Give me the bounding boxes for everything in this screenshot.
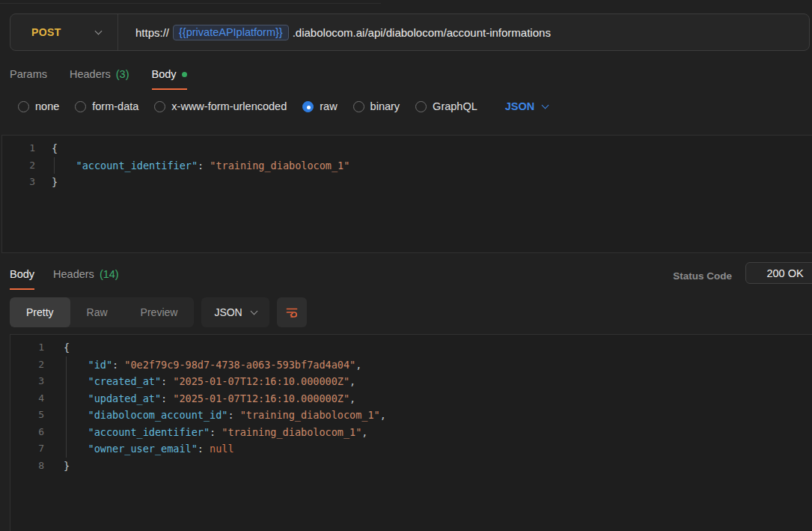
tab-headers[interactable]: Headers(3) bbox=[70, 68, 129, 90]
code-text: "id": "0e2f79c9-98d7-4738-a063-593bf7ad4… bbox=[44, 356, 361, 374]
json-punctuation: , bbox=[380, 409, 386, 421]
status-code-value[interactable]: 200 OK bbox=[745, 262, 812, 284]
code-line: 4 "updated_at": "2025-01-07T12:16:10.000… bbox=[10, 390, 812, 407]
json-whitespace bbox=[64, 392, 88, 404]
tab-body[interactable]: Body bbox=[152, 68, 187, 90]
view-mode-preview[interactable]: Preview bbox=[124, 297, 195, 327]
json-brace: } bbox=[52, 176, 58, 188]
line-number: 1 bbox=[10, 339, 44, 356]
json-whitespace bbox=[52, 160, 76, 172]
code-text: { bbox=[35, 140, 58, 157]
request-tabs: Params Headers(3) Body bbox=[10, 68, 187, 90]
url-input[interactable]: https:// {{privateAPIplatform}} .diabolo… bbox=[118, 14, 809, 50]
json-key: "account_identifier" bbox=[76, 160, 198, 172]
json-whitespace bbox=[64, 426, 88, 438]
radio-label: x-www-form-urlencoded bbox=[171, 100, 287, 112]
json-string: "0e2f79c9-98d7-4738-a063-593bf7ad4a04" bbox=[124, 359, 355, 371]
code-text: { bbox=[44, 339, 70, 356]
status-code-label: Status Code bbox=[673, 270, 732, 282]
chevron-down-icon bbox=[542, 101, 549, 109]
code-line: 6 "account_identifier": "training_diabol… bbox=[10, 424, 812, 441]
top-divider bbox=[0, 3, 381, 4]
request-url-bar: POST https:// {{privateAPIplatform}} .di… bbox=[10, 13, 810, 51]
code-line: 2 "id": "0e2f79c9-98d7-4738-a063-593bf7a… bbox=[10, 356, 812, 374]
line-number: 3 bbox=[2, 174, 35, 191]
response-toolbar: PrettyRawPreview JSON bbox=[10, 297, 307, 327]
view-mode-raw[interactable]: Raw bbox=[70, 297, 124, 327]
json-string: "2025-01-07T12:16:10.000000Z" bbox=[173, 392, 349, 404]
method-selector[interactable]: POST bbox=[10, 14, 117, 50]
response-format-selector[interactable]: JSON bbox=[201, 297, 269, 327]
json-key: "diabolocom_account_id" bbox=[88, 409, 228, 421]
raw-format-selector[interactable]: JSON bbox=[505, 100, 549, 112]
line-number: 1 bbox=[2, 140, 35, 157]
wrap-text-icon bbox=[285, 306, 299, 319]
tab-params[interactable]: Params bbox=[10, 68, 47, 90]
code-line: 2 "account_identifier": "training_diabol… bbox=[2, 157, 812, 175]
json-punctuation: , bbox=[349, 375, 355, 387]
json-whitespace bbox=[64, 409, 88, 421]
code-line: 3 "created_at": "2025-01-07T12:16:10.000… bbox=[10, 373, 812, 390]
body-type-radio-x-www-form-urlencoded[interactable]: x-www-form-urlencoded bbox=[154, 100, 287, 112]
json-punctuation: : bbox=[198, 160, 210, 172]
json-null: null bbox=[210, 443, 234, 455]
code-line: 3} bbox=[2, 174, 812, 191]
line-number: 8 bbox=[10, 458, 44, 475]
line-number: 2 bbox=[10, 356, 44, 374]
json-string: "training_diabolocom_1" bbox=[222, 426, 361, 438]
radio-label: raw bbox=[320, 100, 337, 112]
url-variable-pill[interactable]: {{privateAPIplatform}} bbox=[173, 25, 289, 40]
code-line: 8} bbox=[10, 458, 812, 475]
json-punctuation: : bbox=[112, 359, 124, 371]
unsaved-changes-dot bbox=[182, 72, 187, 77]
code-text: } bbox=[44, 458, 70, 475]
line-number: 7 bbox=[10, 440, 44, 458]
url-suffix: .diabolocom.ai/api/diabolocom/account-in… bbox=[293, 26, 551, 39]
view-mode-switcher: PrettyRawPreview bbox=[10, 297, 194, 327]
chevron-down-icon bbox=[250, 307, 257, 315]
radio-icon bbox=[353, 101, 364, 112]
json-key: "created_at" bbox=[88, 375, 162, 387]
code-text: "owner_user_email": null bbox=[44, 440, 234, 458]
json-whitespace bbox=[64, 359, 88, 371]
json-punctuation: : bbox=[198, 443, 210, 455]
json-brace: } bbox=[64, 460, 70, 472]
code-line: 5 "diabolocom_account_id": "training_dia… bbox=[10, 407, 812, 424]
body-type-radio-form-data[interactable]: form-data bbox=[75, 100, 138, 112]
headers-count-badge: (3) bbox=[116, 68, 129, 80]
code-text: "updated_at": "2025-01-07T12:16:10.00000… bbox=[44, 390, 355, 407]
json-key: "updated_at" bbox=[88, 392, 162, 404]
response-headers-count-badge: (14) bbox=[100, 268, 119, 280]
json-punctuation: , bbox=[355, 359, 361, 371]
json-string: "training_diabolocom_1" bbox=[240, 409, 380, 421]
request-body-editor[interactable]: 1{2 "account_identifier": "training_diab… bbox=[1, 135, 812, 253]
response-tabs: Body Headers(14) bbox=[10, 268, 119, 290]
radio-icon bbox=[302, 101, 314, 112]
code-line: 1{ bbox=[10, 339, 812, 356]
line-number: 5 bbox=[10, 407, 44, 424]
body-type-radio-binary[interactable]: binary bbox=[353, 100, 400, 112]
code-text: "account_identifier": "training_diaboloc… bbox=[35, 157, 349, 175]
json-key: "id" bbox=[88, 359, 113, 371]
response-body-editor[interactable]: 1{2 "id": "0e2f79c9-98d7-4738-a063-593bf… bbox=[10, 334, 812, 531]
wrap-text-button[interactable] bbox=[277, 297, 307, 327]
json-punctuation: : bbox=[210, 426, 222, 438]
json-punctuation: : bbox=[228, 409, 239, 421]
response-tab-headers[interactable]: Headers(14) bbox=[53, 268, 119, 290]
json-punctuation: : bbox=[161, 392, 173, 404]
code-text: "diabolocom_account_id": "training_diabo… bbox=[44, 407, 386, 424]
json-brace: { bbox=[64, 342, 70, 354]
radio-label: none bbox=[35, 100, 59, 112]
code-text: "created_at": "2025-01-07T12:16:10.00000… bbox=[44, 373, 355, 390]
body-type-radio-GraphQL[interactable]: GraphQL bbox=[415, 100, 477, 112]
json-punctuation: , bbox=[361, 426, 367, 438]
body-type-radio-raw[interactable]: raw bbox=[302, 100, 337, 112]
code-line: 7 "owner_user_email": null bbox=[10, 440, 812, 458]
response-tab-body[interactable]: Body bbox=[10, 268, 34, 290]
json-string: "2025-01-07T12:16:10.000000Z" bbox=[173, 375, 349, 387]
json-whitespace bbox=[64, 443, 88, 455]
json-string: "training_diabolocom_1" bbox=[210, 160, 349, 172]
body-type-radio-none[interactable]: none bbox=[18, 100, 59, 112]
body-type-selector: noneform-datax-www-form-urlencodedrawbin… bbox=[18, 100, 548, 112]
view-mode-pretty[interactable]: Pretty bbox=[10, 297, 70, 327]
